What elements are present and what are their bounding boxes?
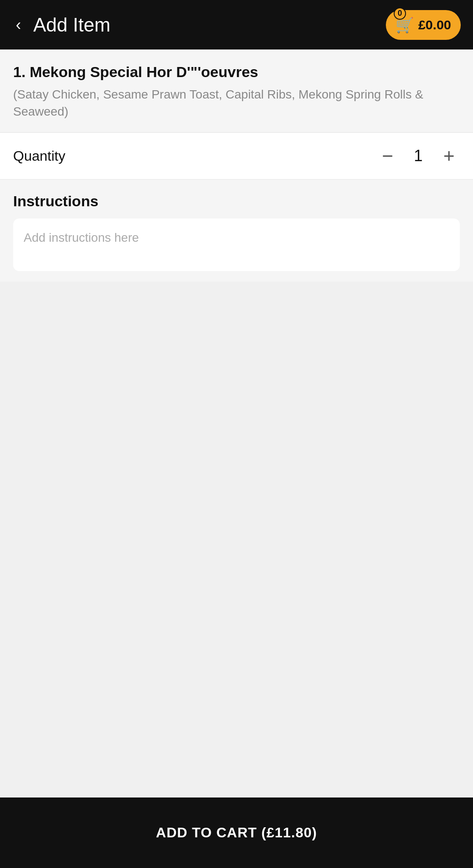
instructions-title: Instructions	[13, 193, 460, 210]
cart-badge: 0	[394, 7, 406, 20]
add-to-cart-button[interactable]: ADD TO CART (£11.80)	[12, 811, 461, 855]
header: ‹ Add Item 0 🛒 £0.00	[0, 0, 473, 49]
back-button[interactable]: ‹	[12, 14, 25, 36]
main-content-area	[0, 282, 473, 797]
footer: ADD TO CART (£11.80)	[0, 797, 473, 868]
cart-button[interactable]: 0 🛒 £0.00	[386, 10, 461, 40]
instructions-section: Instructions	[0, 180, 473, 282]
quantity-decrease-button[interactable]: −	[377, 145, 399, 167]
quantity-label: Quantity	[13, 148, 65, 164]
quantity-value: 1	[412, 147, 425, 165]
header-left: ‹ Add Item	[12, 14, 110, 36]
instructions-input[interactable]	[13, 219, 460, 271]
quantity-controls: − 1 +	[377, 145, 460, 167]
item-info-section: 1. Mekong Special Hor D'"'oeuvres (Satay…	[0, 49, 473, 133]
cart-price: £0.00	[418, 18, 451, 32]
quantity-increase-button[interactable]: +	[438, 145, 460, 167]
item-name: 1. Mekong Special Hor D'"'oeuvres	[13, 64, 460, 81]
item-description: (Satay Chicken, Sesame Prawn Toast, Capi…	[13, 86, 460, 120]
page-title: Add Item	[33, 14, 110, 36]
quantity-section: Quantity − 1 +	[0, 133, 473, 180]
